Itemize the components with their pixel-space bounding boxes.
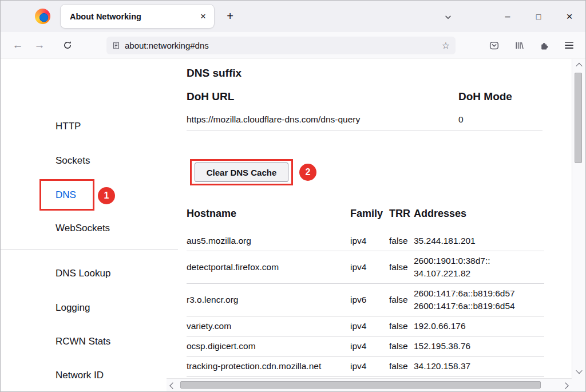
scroll-up-icon[interactable] — [572, 59, 585, 72]
doh-url-label: DoH URL — [187, 90, 234, 103]
cell-hostname: variety.com — [187, 316, 350, 336]
annotation-box-dns — [39, 179, 94, 211]
page-icon — [112, 41, 120, 50]
cell-trr: false — [389, 316, 414, 336]
header-hostname: Hostname — [187, 208, 350, 231]
doh-mode-value: 0 — [458, 114, 464, 125]
sidebar-divider — [1, 250, 178, 250]
tab-title: About Networking — [70, 12, 199, 21]
horizontal-scrollbar[interactable] — [167, 378, 572, 392]
cell-family: ipv4 — [350, 336, 389, 357]
scroll-left-icon[interactable] — [167, 379, 179, 392]
forward-icon[interactable]: → — [30, 32, 49, 58]
bookmark-star-icon[interactable]: ☆ — [442, 40, 450, 51]
window-close-button[interactable]: × — [556, 1, 583, 32]
annotation-badge-2: 2 — [299, 164, 316, 181]
horizontal-scrollbar-thumb[interactable] — [180, 381, 541, 389]
navigation-bar: ← → about:networking#dns ☆ — [1, 32, 585, 58]
tab-close-icon[interactable]: × — [199, 11, 207, 22]
sidebar-item-dns-lookup[interactable]: DNS Lookup — [56, 266, 110, 282]
cell-hostname: aus5.mozilla.org — [187, 231, 350, 251]
vertical-scrollbar[interactable] — [572, 59, 585, 378]
cell-addresses: 2600:1417:6a::b819:6d57 2600:1417:6a::b8… — [414, 284, 544, 316]
menu-icon[interactable] — [562, 38, 576, 52]
doh-mode-label: DoH Mode — [458, 90, 512, 103]
cell-trr: false — [389, 284, 414, 316]
cell-addresses: 192.0.66.176 — [414, 316, 544, 336]
window-maximize-button[interactable]: □ — [525, 1, 552, 32]
tab-list-chevron-icon[interactable] — [441, 10, 455, 24]
sidebar-item-sockets[interactable]: Sockets — [56, 153, 90, 169]
sidebar-item-rcwn-stats[interactable]: RCWN Stats — [56, 334, 110, 350]
table-row: ocsp.digicert.com ipv4 false 152.195.38.… — [187, 336, 544, 357]
table-row: variety.com ipv4 false 192.0.66.176 — [187, 316, 544, 336]
dns-cache-table: Hostname Family TRR Addresses aus5.mozil… — [187, 208, 544, 377]
tab-bar: About Networking × + – □ × — [1, 1, 585, 32]
window-minimize-button[interactable]: – — [494, 1, 521, 32]
cell-family: ipv4 — [350, 231, 389, 251]
header-addresses: Addresses — [414, 208, 544, 231]
annotation-badge-1: 1 — [98, 187, 115, 204]
cell-hostname: tracking-protection.cdn.mozilla.net — [187, 357, 350, 377]
sidebar-item-logging[interactable]: Logging — [56, 300, 90, 316]
new-tab-button[interactable]: + — [221, 7, 239, 25]
cell-trr: false — [389, 336, 414, 357]
sidebar-item-websockets[interactable]: WebSockets — [56, 220, 110, 236]
cell-hostname: detectportal.firefox.com — [187, 251, 350, 284]
doh-url-value: https://mozilla.cloudflare-dns.com/dns-q… — [187, 114, 360, 125]
table-row: tracking-protection.cdn.mozilla.net ipv4… — [187, 357, 544, 377]
extensions-icon[interactable] — [537, 38, 551, 52]
browser-window: About Networking × + – □ × ← → about:net… — [0, 0, 586, 392]
reload-icon[interactable] — [58, 32, 77, 58]
cell-trr: false — [389, 251, 414, 284]
back-icon[interactable]: ← — [9, 32, 27, 58]
table-row: detectportal.firefox.com ipv4 false 2600… — [187, 251, 544, 284]
table-row: r3.o.lencr.org ipv6 false 2600:1417:6a::… — [187, 284, 544, 316]
cell-family: ipv4 — [350, 357, 389, 377]
sidebar-item-http[interactable]: HTTP — [56, 118, 81, 134]
pocket-icon[interactable] — [487, 38, 501, 52]
vertical-scrollbar-thumb[interactable] — [575, 73, 582, 163]
doh-row-divider — [187, 130, 543, 130]
firefox-icon[interactable] — [35, 9, 50, 24]
url-bar[interactable]: about:networking#dns ☆ — [106, 37, 456, 54]
table-row: aus5.mozilla.org ipv4 false 35.244.181.2… — [187, 231, 544, 251]
table-header-row: Hostname Family TRR Addresses — [187, 208, 544, 231]
cell-addresses: 34.120.158.37 — [414, 357, 544, 377]
sidebar-item-network-id[interactable]: Network ID — [56, 367, 104, 383]
scrollbar-corner — [572, 378, 585, 391]
scroll-right-icon[interactable] — [559, 379, 572, 392]
cell-hostname: r3.o.lencr.org — [187, 284, 350, 316]
header-trr: TRR — [389, 208, 414, 231]
cell-addresses: 35.244.181.201 — [414, 231, 544, 251]
cell-hostname: ocsp.digicert.com — [187, 336, 350, 357]
url-input[interactable]: about:networking#dns — [125, 41, 437, 50]
cell-trr: false — [389, 231, 414, 251]
header-family: Family — [350, 208, 389, 231]
page-content: HTTP Sockets DNS WebSockets DNS Lookup L… — [1, 59, 585, 391]
annotation-box-clear-button — [190, 159, 293, 185]
cell-addresses: 2600:1901:0:38d7:: 34.107.221.82 — [414, 251, 544, 284]
cell-addresses: 152.195.38.76 — [414, 336, 544, 357]
tab-about-networking[interactable]: About Networking × — [61, 5, 214, 28]
cell-trr: false — [389, 357, 414, 377]
cell-family: ipv6 — [350, 284, 389, 316]
library-icon[interactable] — [512, 38, 526, 52]
cell-family: ipv4 — [350, 316, 389, 336]
cell-family: ipv4 — [350, 251, 389, 284]
scroll-down-icon[interactable] — [572, 365, 585, 378]
dns-suffix-heading: DNS suffix — [187, 67, 241, 80]
